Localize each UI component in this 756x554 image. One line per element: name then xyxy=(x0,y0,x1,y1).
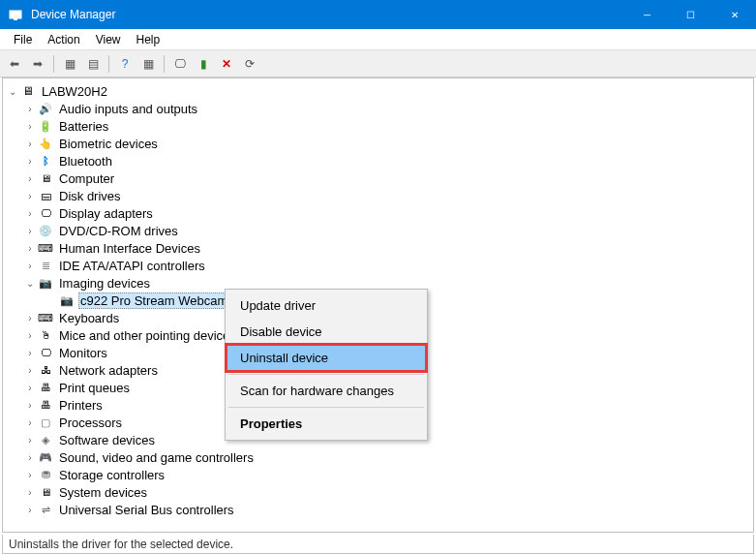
tree-node-cat-3[interactable]: Bluetooth xyxy=(3,152,753,169)
expand-arrow-icon[interactable] xyxy=(7,86,18,97)
tree-node-label: Print queues xyxy=(57,381,132,395)
menu-file[interactable]: File xyxy=(6,31,40,48)
expand-arrow-icon[interactable] xyxy=(24,156,36,167)
tree-node-label: Audio inputs and outputs xyxy=(57,102,199,116)
help-button[interactable]: ? xyxy=(114,53,136,75)
bt-icon xyxy=(38,153,53,169)
context-menu-separator xyxy=(228,374,424,375)
status-text: Uninstalls the driver for the selected d… xyxy=(9,538,233,551)
view-button[interactable]: ▦ xyxy=(59,53,80,75)
disp-icon xyxy=(38,205,53,221)
expand-arrow-icon[interactable] xyxy=(24,278,36,289)
disk-icon xyxy=(38,188,53,203)
titlebar[interactable]: Device Manager ─ ☐ ✕ xyxy=(0,0,756,29)
expand-arrow-icon[interactable] xyxy=(24,348,36,358)
tree-node-label: c922 Pro Stream Webcam xyxy=(78,292,229,309)
net-icon xyxy=(38,362,53,378)
tree-node-cat-19[interactable]: Sound, video and game controllers xyxy=(3,448,753,466)
hid-icon xyxy=(38,240,53,256)
expand-arrow-icon[interactable] xyxy=(24,435,36,446)
scan-hardware-button[interactable]: 🖵 xyxy=(169,53,191,75)
tree-node-label: Sound, video and game controllers xyxy=(57,450,256,465)
tree-node-label: Mice and other pointing devices xyxy=(57,328,238,343)
expand-arrow-icon[interactable] xyxy=(24,243,36,254)
tree-node-cat-9[interactable]: IDE ATA/ATAPI controllers xyxy=(3,257,753,274)
tree-node-cat-20[interactable]: Storage controllers xyxy=(3,466,753,483)
menu-help[interactable]: Help xyxy=(129,31,168,48)
expand-arrow-icon[interactable] xyxy=(24,452,36,463)
expand-arrow-icon[interactable] xyxy=(24,121,36,132)
expand-arrow-icon[interactable] xyxy=(24,313,36,323)
tree-node-cat-6[interactable]: Display adapters xyxy=(3,204,753,222)
context-menu-item-disable-device[interactable]: Disable device xyxy=(227,319,426,345)
cam-icon xyxy=(59,292,75,308)
tree-node-label: Network adapters xyxy=(57,363,160,378)
context-menu-item-properties[interactable]: Properties xyxy=(227,411,426,437)
tree-node-label: Printers xyxy=(57,398,105,413)
tree-node-cat-7[interactable]: DVD/CD-ROM drives xyxy=(3,222,753,239)
tree-node-cat-8[interactable]: Human Interface Devices xyxy=(3,239,753,257)
tree-node-cat-21[interactable]: System devices xyxy=(3,483,753,501)
window-title: Device Manager xyxy=(31,8,625,21)
statusbar: Uninstalls the driver for the selected d… xyxy=(2,535,754,554)
expand-arrow-icon[interactable] xyxy=(24,208,36,219)
expand-arrow-icon[interactable] xyxy=(24,365,36,376)
toolbar-separator xyxy=(53,55,54,73)
toolbar-separator xyxy=(108,55,109,73)
menu-action[interactable]: Action xyxy=(40,31,87,48)
context-menu-item-update-driver[interactable]: Update driver xyxy=(227,292,426,319)
expand-arrow-icon[interactable] xyxy=(24,487,36,498)
tree-node-label: Keyboards xyxy=(57,311,121,325)
kbd-icon xyxy=(38,310,53,325)
img-icon xyxy=(38,275,53,291)
expand-arrow-icon[interactable] xyxy=(24,470,36,480)
tree-node-label: Storage controllers xyxy=(57,468,166,482)
maximize-button[interactable]: ☐ xyxy=(669,0,712,29)
tree-node-label: LABW20H2 xyxy=(40,84,109,99)
expand-arrow-icon[interactable] xyxy=(24,505,36,515)
tree-node-cat-1[interactable]: Batteries xyxy=(3,117,753,135)
tree-node-root[interactable]: LABW20H2 xyxy=(3,82,753,100)
uninstall-button[interactable]: ✕ xyxy=(216,53,237,75)
context-menu-item-uninstall-device[interactable]: Uninstall device xyxy=(227,345,426,371)
tree-node-cat-0[interactable]: Audio inputs and outputs xyxy=(3,100,753,117)
svg-rect-0 xyxy=(10,11,21,18)
expand-arrow-icon[interactable] xyxy=(24,330,36,341)
expand-arrow-icon[interactable] xyxy=(24,383,36,393)
close-button[interactable]: ✕ xyxy=(712,0,756,29)
window-controls: ─ ☐ ✕ xyxy=(625,0,756,29)
expand-arrow-icon[interactable] xyxy=(24,226,36,236)
expand-arrow-icon[interactable] xyxy=(24,261,36,271)
tree-node-cat-2[interactable]: Biometric devices xyxy=(3,135,753,152)
menu-view[interactable]: View xyxy=(88,31,129,48)
tree-node-cat-4[interactable]: Computer xyxy=(3,169,753,187)
expand-arrow-icon[interactable] xyxy=(24,400,36,411)
back-button[interactable]: ⬅ xyxy=(4,53,25,75)
comp-icon xyxy=(38,170,53,186)
expand-arrow-icon[interactable] xyxy=(24,104,36,114)
context-menu-item-scan-for-hardware-changes[interactable]: Scan for hardware changes xyxy=(227,378,426,404)
usb-icon xyxy=(38,502,53,517)
expand-arrow-icon[interactable] xyxy=(24,191,36,201)
minimize-button[interactable]: ─ xyxy=(625,0,669,29)
context-menu-separator xyxy=(228,407,424,408)
tree-node-cat-22[interactable]: Universal Serial Bus controllers xyxy=(3,501,753,518)
tree-node-label: Monitors xyxy=(57,346,109,360)
properties-button[interactable]: ▤ xyxy=(82,53,104,75)
tree-node-cat-5[interactable]: Disk drives xyxy=(3,187,753,204)
tree-node-label: Computer xyxy=(57,171,116,186)
update-driver-button[interactable]: ⟳ xyxy=(239,53,260,75)
show-hidden-button[interactable]: ▦ xyxy=(137,53,159,75)
tree-node-label: Universal Serial Bus controllers xyxy=(57,503,236,517)
tree-node-label: System devices xyxy=(57,485,149,500)
expand-arrow-icon[interactable] xyxy=(24,417,36,428)
forward-button[interactable]: ➡ xyxy=(27,53,48,75)
svg-rect-1 xyxy=(14,18,17,20)
snd-icon xyxy=(38,449,53,465)
expand-arrow-icon[interactable] xyxy=(24,173,36,184)
add-legacy-button[interactable]: ▮ xyxy=(193,53,214,75)
print-icon xyxy=(38,397,53,413)
bio-icon xyxy=(38,136,53,151)
expand-arrow-icon[interactable] xyxy=(24,138,36,149)
mon-icon xyxy=(38,345,53,360)
